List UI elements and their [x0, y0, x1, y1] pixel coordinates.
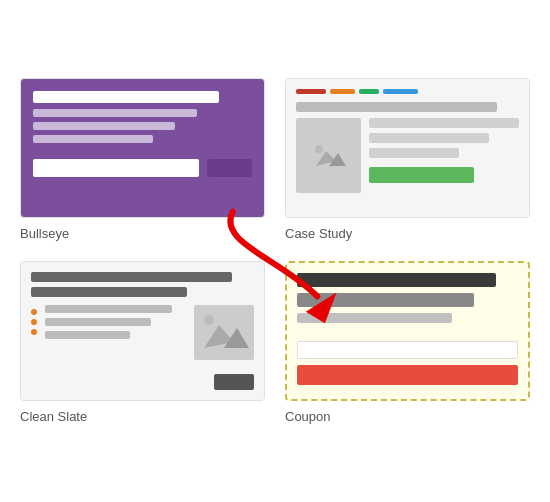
- cs-line2: [45, 318, 151, 326]
- cs-dot3: [31, 329, 37, 335]
- cs-r-bar1: [369, 118, 519, 128]
- bullseye-bar3: [33, 122, 175, 130]
- cs-r-bar3: [369, 148, 459, 158]
- cp-spacer: [297, 329, 518, 341]
- svg-point-7: [204, 315, 214, 325]
- bullseye-bottom: [33, 159, 252, 177]
- cs-content-row: [31, 305, 254, 360]
- cp-input: [297, 341, 518, 359]
- cs-bar-red: [296, 89, 326, 94]
- cp-red-bar: [297, 365, 518, 385]
- template-card-case-study[interactable]: Case Study: [285, 78, 530, 241]
- cleanslate-preview-wrapper: [20, 261, 265, 401]
- bullseye-preview: [20, 78, 265, 218]
- cp-dark-bar: [297, 273, 496, 287]
- cs-mountain-icon: [199, 310, 249, 355]
- casestudy-content-row: [296, 118, 519, 193]
- bullseye-bar2: [33, 109, 197, 117]
- bullseye-btn: [207, 159, 252, 177]
- cs-bar-blue: [383, 89, 418, 94]
- template-card-coupon[interactable]: Coupon: [285, 261, 530, 424]
- casestudy-preview: [286, 79, 529, 217]
- bullseye-bar1: [33, 91, 219, 103]
- template-card-bullseye[interactable]: Bullseye: [20, 78, 265, 241]
- cs-bar-wide: [31, 272, 232, 282]
- cs-bar-green: [359, 89, 379, 94]
- template-grid: Bullseye: [0, 58, 550, 444]
- cs-dot2: [31, 319, 37, 325]
- bullseye-bar4: [33, 135, 153, 143]
- svg-point-3: [315, 145, 323, 153]
- cp-light-bar: [297, 313, 452, 323]
- cs-button: [214, 374, 254, 390]
- cleanslate-preview: [21, 262, 264, 400]
- mountain-icon: [311, 141, 346, 171]
- template-card-clean-slate[interactable]: Clean Slate: [20, 261, 265, 424]
- cs-line3: [45, 331, 130, 339]
- cs-r-btn: [369, 167, 474, 183]
- cs-bar-med: [31, 287, 187, 297]
- casestudy-right: [369, 118, 519, 193]
- cs-image: [194, 305, 254, 360]
- bullseye-input: [33, 159, 199, 177]
- casestudy-top-bars: [296, 89, 519, 94]
- cleanslate-label: Clean Slate: [20, 409, 87, 424]
- coupon-preview: [287, 263, 528, 399]
- casestudy-preview-wrapper: [285, 78, 530, 218]
- casestudy-title-bar: [296, 102, 497, 112]
- casestudy-image: [296, 118, 361, 193]
- cs-line1: [45, 305, 172, 313]
- coupon-label: Coupon: [285, 409, 331, 424]
- cs-dots: [31, 305, 37, 360]
- bullseye-label: Bullseye: [20, 226, 69, 241]
- casestudy-label: Case Study: [285, 226, 352, 241]
- cs-bar-orange: [330, 89, 355, 94]
- cs-dot1: [31, 309, 37, 315]
- coupon-preview-wrapper: [285, 261, 530, 401]
- cs-r-bar2: [369, 133, 489, 143]
- cs-lines: [45, 305, 186, 360]
- cp-med-bar: [297, 293, 474, 307]
